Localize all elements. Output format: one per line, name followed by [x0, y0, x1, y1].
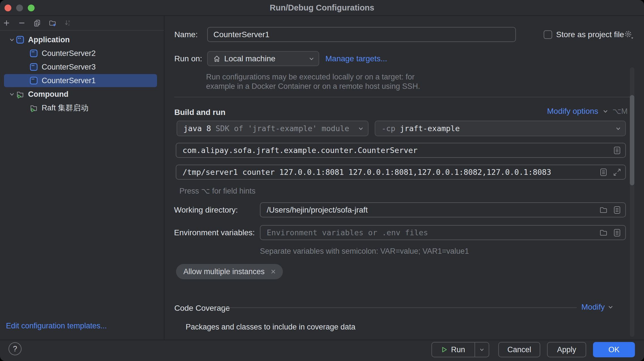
cp-value: jraft-example [395, 124, 460, 133]
jdk-combobox[interactable]: java 8 SDK of 'jraft-example' module [177, 121, 368, 136]
chip-label: Allow multiple instances [183, 267, 265, 276]
run-on-value: Local machine [224, 54, 276, 63]
section-separator [174, 97, 634, 97]
code-coverage-subtitle: Packages and classes to include in cover… [186, 323, 355, 331]
title-bar: Run/Debug Configurations [0, 0, 644, 16]
main-class-input[interactable]: com.alipay.sofa.jraft.example.counter.Co… [176, 143, 626, 158]
tree-label: CounterServer3 [42, 63, 96, 72]
tree-label: CounterServer2 [42, 49, 96, 58]
working-directory-value: /Users/hejin/project/sofa-jraft [260, 205, 368, 215]
new-folder-icon[interactable] [49, 19, 56, 27]
run-on-hint: Run configurations may be executed local… [206, 72, 420, 91]
code-coverage-modify-control[interactable]: Modify [581, 303, 614, 312]
chevron-down-icon [615, 125, 625, 132]
ok-button-label: OK [608, 345, 619, 354]
list-options-icon[interactable] [613, 228, 621, 237]
application-icon [29, 49, 38, 58]
run-debug-configurations-dialog: Run/Debug Configurations a [0, 0, 644, 361]
run-button-label: Run [451, 345, 465, 354]
tree-row-compound[interactable]: Compound [0, 87, 164, 101]
run-on-hint-line1: Run configurations may be executed local… [206, 72, 420, 82]
chevron-down-icon[interactable] [8, 37, 16, 43]
run-split-button[interactable]: Run [431, 342, 489, 357]
working-directory-input[interactable]: /Users/hejin/project/sofa-jraft [260, 202, 626, 217]
application-icon [29, 76, 38, 85]
classpath-combobox[interactable]: -cp jraft-example [375, 121, 626, 136]
edit-configuration-templates-link[interactable]: Edit configuration templates... [6, 322, 107, 330]
name-label: Name: [174, 27, 198, 42]
sidebar-toolbar-separator [0, 30, 164, 31]
svg-text:a: a [68, 20, 70, 23]
tree-label: Raft 集群启动 [42, 103, 88, 113]
chevron-down-icon [308, 56, 319, 62]
chevron-down-icon [479, 347, 485, 352]
environment-variables-placeholder: Environment variables or .env files [260, 228, 428, 237]
add-configuration-icon[interactable] [3, 19, 10, 27]
tree-row-counterserver1-selected[interactable]: CounterServer1 [0, 74, 164, 87]
chevron-down-icon [607, 304, 614, 310]
configurations-tree: Application CounterServer2 CounterServer… [0, 33, 164, 115]
svg-text:z: z [68, 23, 70, 26]
store-settings-gear-icon[interactable] [624, 30, 634, 41]
browse-folder-icon[interactable] [599, 228, 608, 237]
run-on-combobox[interactable]: Local machine [207, 51, 319, 66]
home-icon [213, 55, 221, 63]
run-on-hint-line2: example in a Docker Container or on a re… [206, 82, 420, 91]
program-arguments-input[interactable]: /tmp/server1 counter 127.0.0.1:8081 127.… [176, 165, 626, 180]
allow-multiple-instances-chip[interactable]: Allow multiple instances [176, 264, 283, 279]
apply-button-label: Apply [557, 345, 576, 354]
tree-row-application[interactable]: Application [0, 33, 164, 47]
run-options-chevron[interactable] [475, 347, 489, 352]
run-button[interactable]: Run [432, 345, 474, 354]
help-question-mark: ? [13, 345, 17, 353]
environment-variables-input[interactable]: Environment variables or .env files [260, 225, 626, 240]
modify-options-link[interactable]: Modify options [547, 107, 598, 116]
tree-label: Application [28, 35, 70, 44]
tree-label: CounterServer1 [42, 76, 96, 85]
name-value: CounterServer1 [208, 30, 270, 39]
program-arguments-value: /tmp/server1 counter 127.0.0.1:8081 127.… [176, 168, 551, 177]
sidebar-toolbar: a z [0, 16, 164, 30]
main-class-value: com.alipay.sofa.jraft.example.counter.Co… [176, 146, 418, 155]
application-icon [16, 35, 24, 44]
tree-row-counterserver3[interactable]: CounterServer3 [0, 60, 164, 74]
manage-targets-link[interactable]: Manage targets... [325, 51, 387, 66]
remove-configuration-icon[interactable] [18, 19, 26, 27]
cancel-button[interactable]: Cancel [498, 342, 540, 357]
cancel-button-label: Cancel [507, 345, 531, 354]
working-directory-label: Working directory: [174, 202, 238, 217]
copy-configuration-icon[interactable] [33, 19, 41, 27]
name-input[interactable]: CounterServer1 [207, 27, 516, 42]
sort-configurations-icon: a z [64, 19, 71, 27]
scrollbar-thumb[interactable] [630, 95, 634, 185]
chevron-down-icon [358, 125, 368, 132]
browse-folder-icon[interactable] [599, 206, 608, 214]
tree-row-raft[interactable]: Raft 集群启动 [0, 101, 164, 115]
modify-options-control[interactable]: Modify options ⌥M [547, 107, 628, 116]
run-on-label: Run on: [174, 51, 202, 66]
jdk-suffix: SDK of 'jraft-example' module [211, 124, 349, 133]
list-options-icon[interactable] [613, 206, 621, 214]
compound-icon [16, 90, 24, 98]
store-as-project-file-checkbox[interactable] [544, 30, 552, 39]
help-button[interactable]: ? [9, 342, 22, 355]
chevron-down-icon [602, 108, 609, 114]
cp-prefix: -cp [375, 124, 395, 133]
compound-icon [29, 104, 38, 112]
chevron-down-icon[interactable] [8, 91, 16, 97]
code-coverage-title: Code Coverage [174, 304, 230, 313]
application-icon [29, 63, 38, 71]
list-options-icon[interactable] [599, 168, 608, 177]
environment-variables-label: Environment variables: [174, 225, 255, 240]
apply-button[interactable]: Apply [547, 342, 586, 357]
close-icon[interactable] [270, 269, 276, 274]
list-options-icon[interactable] [613, 146, 621, 155]
expand-field-icon[interactable] [613, 168, 621, 177]
modify-options-shortcut: ⌥M [613, 107, 628, 116]
tree-row-counterserver2[interactable]: CounterServer2 [0, 47, 164, 60]
environment-variables-hint: Separate variables with semicolon: VAR=v… [260, 247, 469, 256]
store-as-project-file-label: Store as project file [556, 27, 624, 42]
ok-button[interactable]: OK [593, 342, 635, 357]
tree-label: Compound [28, 90, 68, 99]
code-coverage-modify-link[interactable]: Modify [581, 303, 605, 312]
